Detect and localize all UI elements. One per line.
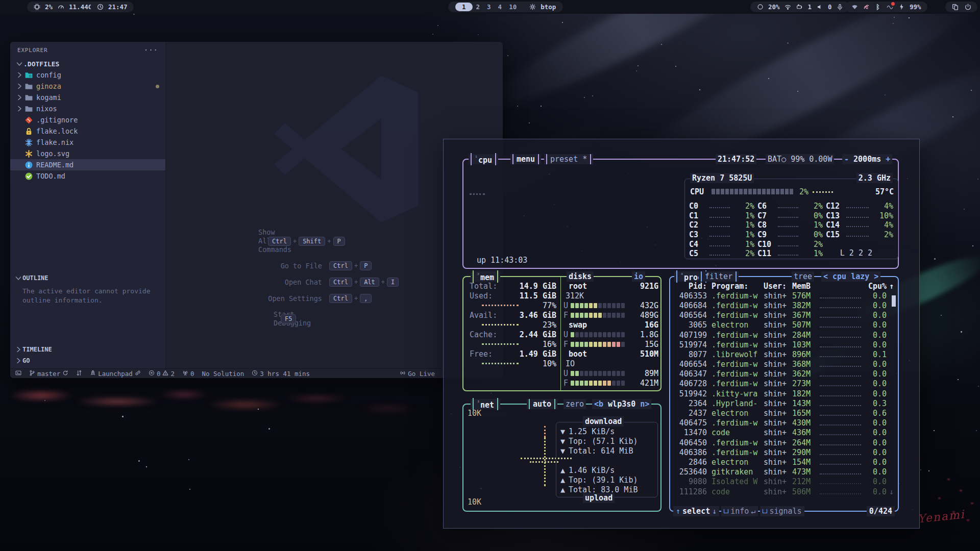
process-row-2364[interactable]: 2364.Hyprland-shin+143M0.3 — [670, 398, 898, 408]
shortcut-keys: Ctrl+Shift+P — [268, 237, 345, 246]
section-go[interactable]: GO — [10, 355, 165, 366]
distant-city-light — [938, 497, 941, 499]
tray-pill[interactable]: ᛒ 99% — [845, 2, 927, 12]
net-auto-button[interactable]: auto — [527, 399, 557, 409]
proc-user: shin+ — [764, 418, 792, 428]
process-row-406353[interactable]: 406353.ferdium-wshin+576M0.0 — [670, 291, 898, 300]
tree-item-logo-svg[interactable]: logo.svg — [10, 148, 165, 159]
tree-item-label: .gitignore — [36, 116, 78, 124]
proc-tree-button[interactable]: tree — [792, 271, 814, 282]
update-interval-control[interactable]: - 2000ms + — [842, 154, 892, 164]
process-row-406564[interactable]: 406564.ferdium-wshin+367M0.0 — [670, 311, 898, 320]
proc-user: shin+ — [764, 301, 792, 310]
info-hint[interactable]: info↵ — [721, 506, 758, 516]
process-row-406684[interactable]: 406684.ferdium-wshin+382M0.0 — [670, 300, 898, 310]
process-row-8077[interactable]: 8077.librewolfshin+896M0.1 — [670, 349, 898, 359]
mem-stat-cache: Cache:2.44 GiB — [463, 330, 556, 339]
bar-cell — [598, 332, 602, 337]
preset-button[interactable]: preset * — [544, 154, 593, 164]
workspace-button-10[interactable]: 10 — [505, 3, 520, 11]
clock-time: 21:47 — [108, 3, 128, 11]
proc-scrollbar[interactable] — [892, 295, 896, 307]
net-zero-button[interactable]: zero — [564, 399, 586, 409]
proc-filter-button[interactable]: filter — [699, 271, 739, 282]
clock-pill[interactable]: 21:47 — [90, 2, 134, 12]
proc-user: shin+ — [764, 340, 792, 349]
chevron-right-icon — [15, 105, 23, 113]
core-row-c0: C02% — [689, 202, 754, 211]
core-name: C10 — [757, 240, 778, 249]
process-row-253640[interactable]: 253640gitkrakenshin+473M0.0 — [670, 467, 898, 477]
statusbar-item-0[interactable]: 02 — [149, 370, 175, 378]
tree-item-ginoza[interactable]: ginoza — [10, 81, 165, 92]
section-timeline[interactable]: TIMELINE — [10, 344, 165, 355]
tree-item-todo-md[interactable]: TODO.md — [10, 170, 165, 182]
proc-sort-selector[interactable]: < cpu lazy > — [821, 271, 880, 282]
process-row-406386[interactable]: 406386.ferdium-wshin+290M0.0 — [670, 447, 898, 457]
statusbar-item-remote-window[interactable] — [15, 370, 21, 378]
process-row-13470[interactable]: 13470codeshin+436M0.0 — [670, 428, 898, 438]
select-hint[interactable]: ↑select↓ — [673, 506, 719, 516]
workspace-button-2[interactable]: 2 — [473, 3, 484, 11]
process-row-9080[interactable]: 9080Isolated Wshin+212M0.0 — [670, 477, 898, 487]
workspaces-pill: 123410 btop — [448, 2, 563, 12]
tree-item-flake-lock[interactable]: flake.lock — [10, 126, 165, 137]
bar-cell — [598, 303, 602, 308]
process-row-3065[interactable]: 3065electronshin+507M0.0 — [670, 320, 898, 330]
proc-pid: 406728 — [673, 379, 707, 388]
meter-cell — [767, 189, 770, 194]
disk-bar-value: 432G — [640, 301, 658, 310]
process-row-407199[interactable]: 407199.ferdium-wshin+284M0.0 — [670, 330, 898, 340]
proc-mem: 264M — [792, 438, 817, 447]
mem-stat-value: 1.49 GiB — [509, 349, 556, 359]
statusbar-item-master[interactable]: master — [29, 370, 68, 378]
bar-cell — [617, 381, 620, 386]
tree-item-kogami[interactable]: kogami — [10, 92, 165, 103]
btop-cpu-box: ¹cpu menu preset * 21:47:52 BAT○ 99% 0.0… — [462, 159, 899, 269]
process-row-406475[interactable]: 406475.ferdium-wshin+430M0.0 — [670, 418, 898, 428]
bar-cell — [603, 342, 606, 347]
process-row-406347[interactable]: 406347.ferdium-wshin+362M0.0 — [670, 369, 898, 379]
disks-title[interactable]: disks — [567, 271, 594, 282]
key-p: P — [360, 261, 372, 270]
process-row-406728[interactable]: 406728.ferdium-wshin+273M0.0 — [670, 379, 898, 389]
quick-settings-pill[interactable]: 20% 1 0 — [750, 2, 850, 12]
tree-item-config[interactable]: config — [10, 69, 165, 81]
process-row-111286[interactable]: 111286codeshin+506M0.0↓ — [670, 487, 898, 496]
direction-arrow-icon: ▲ — [560, 485, 569, 494]
tree-item-nixos[interactable]: nixos — [10, 103, 165, 114]
section-outline[interactable]: OUTLINE — [10, 272, 165, 284]
workspace-button-1[interactable]: 1 — [455, 3, 473, 11]
tree-item-flake-nix[interactable]: flake.nix — [10, 137, 165, 148]
disk-info: 312K — [564, 291, 584, 300]
menu-button[interactable]: menu — [510, 154, 541, 164]
statusbar-item-3-hrs-41-mins[interactable]: 3 hrs 41 mins — [252, 370, 310, 378]
process-row-519974[interactable]: 519974.ferdium-wshin+103M0.0 — [670, 340, 898, 349]
statusbar-item-no-solution[interactable]: No Solution — [202, 370, 244, 378]
signals-hint[interactable]: signals — [760, 506, 804, 516]
process-row-2846[interactable]: 2846electronshin+154M0.0 — [670, 457, 898, 467]
process-row-2437[interactable]: 2437electronshin+165M0.6 — [670, 408, 898, 418]
power-plug-icon — [898, 4, 905, 11]
process-row-406654[interactable]: 406654.ferdium-wshin+368M0.0 — [670, 360, 898, 369]
key-shift: Shift — [299, 237, 325, 246]
net-interface-selector[interactable]: <b wlp3s0 n> — [592, 399, 651, 409]
tree-root-dotfiles[interactable]: .DOTFILES — [10, 58, 165, 69]
power-pill[interactable] — [945, 2, 977, 12]
statusbar-item-0[interactable]: 0 — [182, 370, 194, 378]
statusbar-item-launchpad[interactable]: Launchpad — [90, 370, 141, 378]
statusbar-item-go-live[interactable]: Go Live — [400, 370, 435, 378]
proc-header-pmem: MemB — [792, 282, 817, 291]
explorer-actions-button[interactable]: ··· — [144, 46, 158, 54]
process-row-406450[interactable]: 406450.ferdium-wshin+264M0.0 — [670, 438, 898, 447]
proc-header-parw[interactable]: ↑ — [887, 282, 894, 291]
core-graph — [709, 245, 730, 246]
tree-item-readme-md[interactable]: README.md — [10, 159, 165, 170]
workspace-button-4[interactable]: 4 — [495, 3, 506, 11]
statusbar-item-compare-changes[interactable] — [76, 370, 82, 378]
mem-stat-label: Used: — [470, 291, 509, 300]
tree-item--gitignore[interactable]: .gitignore — [10, 114, 165, 126]
io-mode-button[interactable]: io — [632, 271, 645, 282]
process-row-519942[interactable]: 519942.kitty-wrashin+182M0.0 — [670, 389, 898, 398]
workspace-button-3[interactable]: 3 — [483, 3, 495, 11]
